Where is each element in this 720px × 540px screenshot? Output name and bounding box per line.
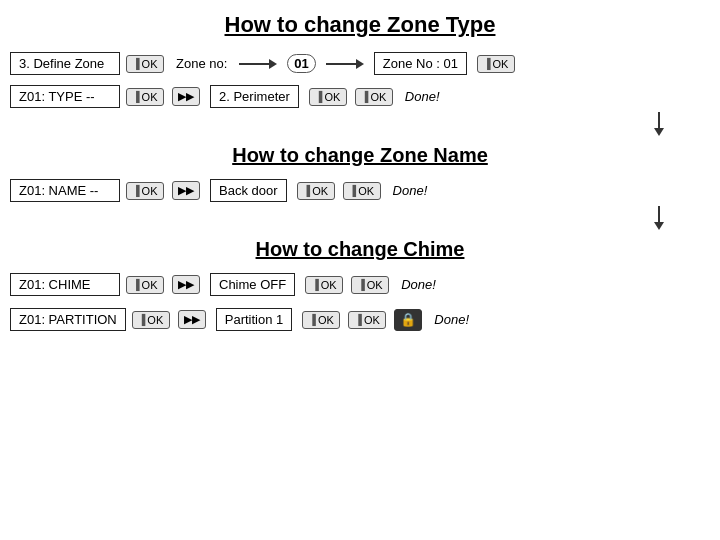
partition-ok3-button[interactable]: OK <box>348 311 386 329</box>
row-zone-name: Z01: NAME -- OK ▶▶ Back door OK OK Done! <box>0 175 720 206</box>
partition-ok2-button[interactable]: OK <box>302 311 340 329</box>
zone-type-ok3-button[interactable]: OK <box>355 88 393 106</box>
zone-name-ok2-button[interactable]: OK <box>297 182 335 200</box>
zone-name-ok1-button[interactable]: OK <box>126 182 164 200</box>
partition-ok1-button[interactable]: OK <box>132 311 170 329</box>
zone-no-label: Zone no: <box>170 56 233 71</box>
zone-type-value: 2. Perimeter <box>210 85 299 108</box>
zone-type-label: Z01: TYPE -- <box>10 85 120 108</box>
page-title: How to change Zone Type <box>0 0 720 46</box>
row-define-zone: 3. Define Zone OK Zone no: 01 Zone No : … <box>0 48 720 79</box>
down-arrow-1 <box>0 112 720 136</box>
row-zone-type: Z01: TYPE -- OK ▶▶ 2. Perimeter OK OK Do… <box>0 81 720 112</box>
partition-arrow-button[interactable]: ▶▶ <box>178 310 206 329</box>
define-zone-ok1-button[interactable]: OK <box>126 55 164 73</box>
zone-name-done: Done! <box>393 183 428 198</box>
lock-icon: 🔒 <box>394 309 422 331</box>
partition-value: Partition 1 <box>216 308 293 331</box>
chime-value: Chime OFF <box>210 273 295 296</box>
zone-name-label: Z01: NAME -- <box>10 179 120 202</box>
zone-no-value: Zone No : 01 <box>374 52 467 75</box>
zone-type-arrow-button[interactable]: ▶▶ <box>172 87 200 106</box>
zone-name-arrow-button[interactable]: ▶▶ <box>172 181 200 200</box>
zone-type-ok2-button[interactable]: OK <box>309 88 347 106</box>
define-zone-label: 3. Define Zone <box>10 52 120 75</box>
chime-label: Z01: CHIME <box>10 273 120 296</box>
zone-no-ok2-button[interactable]: OK <box>477 55 515 73</box>
chime-done: Done! <box>401 277 436 292</box>
chime-ok2-button[interactable]: OK <box>305 276 343 294</box>
zone-type-done: Done! <box>405 89 440 104</box>
zone-type-ok1-button[interactable]: OK <box>126 88 164 106</box>
zone-name-value: Back door <box>210 179 287 202</box>
chime-arrow-button[interactable]: ▶▶ <box>172 275 200 294</box>
section3-title: How to change Chime <box>0 232 720 265</box>
down-arrow-2 <box>0 206 720 230</box>
row-chime: Z01: CHIME OK ▶▶ Chime OFF OK OK Done! <box>0 269 720 300</box>
zone-number: 01 <box>287 54 315 73</box>
row-partition: Z01: PARTITION OK ▶▶ Partition 1 OK OK 🔒… <box>0 304 720 335</box>
arrow-01 <box>239 59 277 69</box>
chime-ok1-button[interactable]: OK <box>126 276 164 294</box>
partition-label: Z01: PARTITION <box>10 308 126 331</box>
arrow-02 <box>326 59 364 69</box>
chime-ok3-button[interactable]: OK <box>351 276 389 294</box>
zone-name-ok3-button[interactable]: OK <box>343 182 381 200</box>
partition-done: Done! <box>434 312 469 327</box>
section2-title: How to change Zone Name <box>0 138 720 171</box>
